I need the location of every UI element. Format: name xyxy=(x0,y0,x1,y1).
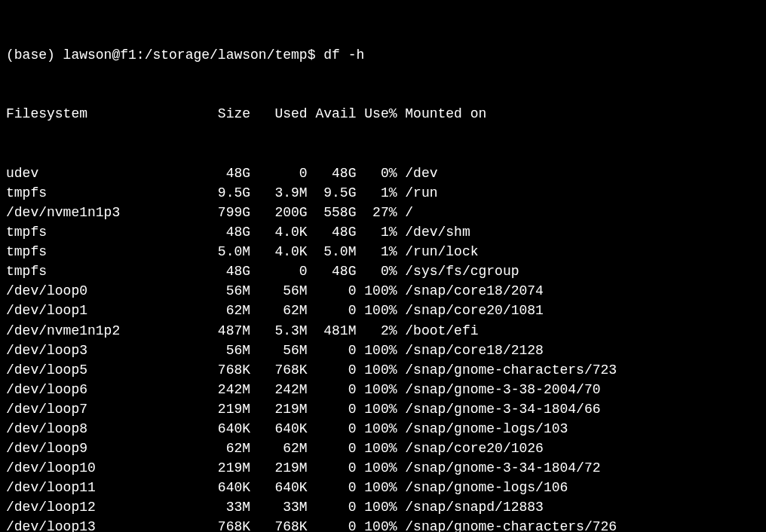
prompt-text: (base) lawson@f1:/storage/lawson/temp$ d… xyxy=(6,47,364,63)
df-header: Filesystem Size Used Avail Use% Mounted … xyxy=(6,104,760,124)
df-row: /dev/loop11 640K 640K 0 100% /snap/gnome… xyxy=(6,478,760,497)
prompt-line: (base) lawson@f1:/storage/lawson/temp$ d… xyxy=(6,45,760,65)
df-row: /dev/loop0 56M 56M 0 100% /snap/core18/2… xyxy=(6,281,760,301)
df-row: tmpfs 9.5G 3.9M 9.5G 1% /run xyxy=(6,183,760,203)
df-row: /dev/loop12 33M 33M 0 100% /snap/snapd/1… xyxy=(6,497,760,517)
df-row: tmpfs 48G 0 48G 0% /sys/fs/cgroup xyxy=(6,261,760,281)
df-rows: udev 48G 0 48G 0% /devtmpfs 9.5G 3.9M 9.… xyxy=(6,164,760,532)
df-row: /dev/loop13 768K 768K 0 100% /snap/gnome… xyxy=(6,517,760,532)
df-row: /dev/nvme1n1p3 799G 200G 558G 27% / xyxy=(6,203,760,222)
df-row: udev 48G 0 48G 0% /dev xyxy=(6,164,760,183)
df-row: /dev/loop10 219M 219M 0 100% /snap/gnome… xyxy=(6,458,760,478)
df-row: /dev/nvme1n1p2 487M 5.3M 481M 2% /boot/e… xyxy=(6,321,760,341)
df-row: /dev/loop1 62M 62M 0 100% /snap/core20/1… xyxy=(6,301,760,320)
df-row: /dev/loop9 62M 62M 0 100% /snap/core20/1… xyxy=(6,439,760,458)
df-row: tmpfs 5.0M 4.0K 5.0M 1% /run/lock xyxy=(6,242,760,261)
df-row: /dev/loop7 219M 219M 0 100% /snap/gnome-… xyxy=(6,399,760,419)
terminal[interactable]: (base) lawson@f1:/storage/lawson/temp$ d… xyxy=(6,6,760,532)
df-row: /dev/loop3 56M 56M 0 100% /snap/core18/2… xyxy=(6,341,760,360)
df-row: /dev/loop5 768K 768K 0 100% /snap/gnome-… xyxy=(6,360,760,380)
df-row: tmpfs 48G 4.0K 48G 1% /dev/shm xyxy=(6,222,760,242)
df-row: /dev/loop8 640K 640K 0 100% /snap/gnome-… xyxy=(6,419,760,439)
df-row: /dev/loop6 242M 242M 0 100% /snap/gnome-… xyxy=(6,380,760,399)
